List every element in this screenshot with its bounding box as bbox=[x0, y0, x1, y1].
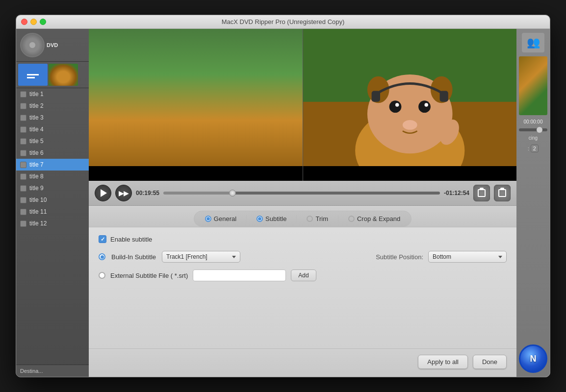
title-checkbox-3[interactable] bbox=[20, 115, 26, 121]
position-dropdown[interactable]: Bottom bbox=[428, 251, 507, 263]
title-checkbox-4[interactable] bbox=[20, 126, 26, 133]
title-item-9[interactable]: title 9 bbox=[16, 182, 89, 194]
num-label-colon: : bbox=[528, 146, 529, 151]
title-checkbox-8[interactable] bbox=[20, 173, 26, 180]
far-right-time: 00:00:00 bbox=[524, 119, 543, 124]
guinea-scene-left bbox=[89, 29, 303, 181]
svg-rect-26 bbox=[371, 91, 380, 101]
far-right-panel: 👥 00:00:00 cing : 2 N bbox=[516, 29, 550, 377]
seek-thumb[interactable] bbox=[229, 190, 236, 196]
play-button[interactable] bbox=[95, 185, 111, 201]
video-frame-left bbox=[89, 29, 303, 181]
maximize-button[interactable] bbox=[40, 19, 46, 25]
fast-forward-icon: ▶▶ bbox=[119, 190, 129, 197]
snapshot-button-2[interactable] bbox=[494, 185, 511, 201]
external-label: External Subtitle File ( *.srt) bbox=[110, 272, 188, 279]
enable-subtitle-checkbox[interactable] bbox=[99, 235, 106, 243]
action-bar: Apply to all Done bbox=[89, 348, 516, 377]
tab-subtitle[interactable]: Subtitle bbox=[250, 213, 293, 224]
title-checkbox-7[interactable] bbox=[20, 162, 26, 168]
tab-trim[interactable]: Trim bbox=[300, 213, 335, 224]
title-label-10: title 10 bbox=[29, 196, 85, 203]
title-label-11: title 11 bbox=[29, 208, 85, 215]
title-item-11[interactable]: title 11 bbox=[16, 206, 89, 218]
title-checkbox-1[interactable] bbox=[20, 91, 26, 98]
seek-bar[interactable] bbox=[163, 192, 440, 195]
track-dropdown[interactable]: Track1 [French] bbox=[162, 251, 240, 263]
close-button[interactable] bbox=[21, 19, 27, 25]
title-item-4[interactable]: title 4 bbox=[16, 123, 89, 135]
title-item-5[interactable]: title 5 bbox=[16, 135, 89, 147]
dvd-label: DVD bbox=[47, 42, 58, 48]
num-row: : 2 bbox=[528, 145, 539, 152]
external-radio[interactable] bbox=[99, 272, 105, 279]
destination-bar: Destina... bbox=[16, 365, 89, 377]
tab-general[interactable]: General bbox=[198, 213, 243, 224]
title-item-12[interactable]: title 12 bbox=[16, 218, 89, 229]
title-label-1: title 1 bbox=[29, 91, 85, 98]
spacing-label: cing bbox=[529, 135, 538, 141]
rip-button[interactable]: N bbox=[519, 344, 547, 373]
enable-row: Enable subtitle bbox=[99, 235, 507, 243]
video-preview bbox=[89, 29, 516, 181]
title-checkbox-6[interactable] bbox=[20, 150, 26, 156]
title-checkbox-12[interactable] bbox=[20, 220, 26, 227]
snapshot-button[interactable] bbox=[473, 185, 490, 201]
right-panel: ▶▶ 00:19:55 -01:12:54 bbox=[89, 29, 516, 377]
title-item-6[interactable]: title 6 bbox=[16, 147, 89, 159]
title-label-9: title 9 bbox=[29, 185, 85, 192]
title-checkbox-10[interactable] bbox=[20, 197, 26, 203]
enable-subtitle-label: Enable subtitle bbox=[110, 236, 152, 243]
main-content: DVD title 1 title 2 bbox=[16, 29, 550, 377]
minimize-button[interactable] bbox=[30, 19, 37, 25]
far-right-img bbox=[519, 56, 547, 115]
done-button[interactable]: Done bbox=[473, 355, 507, 369]
title-checkbox-9[interactable] bbox=[20, 185, 26, 192]
position-dropdown-arrow bbox=[498, 256, 502, 258]
title-label-6: title 6 bbox=[29, 149, 85, 156]
position-row: Subtitle Position: Bottom bbox=[376, 251, 507, 263]
far-right-preview bbox=[519, 56, 547, 115]
title-item-10[interactable]: title 10 bbox=[16, 194, 89, 206]
title-checkbox-5[interactable] bbox=[20, 138, 26, 145]
title-item-3[interactable]: title 3 bbox=[16, 112, 89, 123]
far-right-seek[interactable] bbox=[519, 128, 547, 131]
far-right-seek-thumb[interactable] bbox=[537, 127, 542, 133]
track-value: Track1 [French] bbox=[166, 253, 229, 260]
num-box: 2 bbox=[531, 145, 539, 152]
svg-point-21 bbox=[418, 100, 431, 113]
tab-crop-radio bbox=[348, 216, 355, 222]
builtin-radio[interactable] bbox=[99, 253, 105, 260]
title-item-2[interactable]: title 2 bbox=[16, 100, 89, 112]
title-item-7[interactable]: title 7 bbox=[16, 159, 89, 171]
sidebar-preview-row bbox=[16, 62, 89, 88]
title-checkbox-2[interactable] bbox=[20, 103, 26, 109]
title-label-7: title 7 bbox=[29, 161, 85, 168]
builtin-label: Build-In Subtitle bbox=[111, 253, 156, 261]
external-file-input[interactable] bbox=[193, 270, 286, 281]
tab-sep-3 bbox=[338, 215, 338, 223]
apply-all-button[interactable]: Apply to all bbox=[418, 355, 468, 369]
title-label-2: title 2 bbox=[29, 102, 85, 109]
tab-crop-expand[interactable]: Crop & Expand bbox=[341, 213, 407, 224]
title-label-5: title 5 bbox=[29, 138, 85, 145]
title-checkbox-11[interactable] bbox=[20, 209, 26, 215]
tab-trim-radio bbox=[307, 216, 313, 222]
dvd-center bbox=[29, 42, 36, 49]
tab-subtitle-label: Subtitle bbox=[265, 215, 286, 222]
title-item-1[interactable]: title 1 bbox=[16, 88, 89, 100]
dvd-icon bbox=[20, 33, 45, 57]
video-left bbox=[89, 29, 303, 181]
playback-bar: ▶▶ 00:19:55 -01:12:54 bbox=[89, 181, 516, 206]
tab-group: General Subtitle Trim Crop bbox=[194, 211, 412, 227]
svg-point-23 bbox=[424, 103, 428, 106]
title-item-8[interactable]: title 8 bbox=[16, 171, 89, 182]
add-button[interactable]: Add bbox=[291, 270, 316, 281]
sidebar-header: DVD bbox=[16, 29, 89, 62]
fast-forward-button[interactable]: ▶▶ bbox=[115, 185, 132, 201]
svg-point-22 bbox=[395, 103, 398, 106]
position-label: Subtitle Position: bbox=[376, 253, 423, 261]
bottom-black-bar-right bbox=[303, 166, 517, 181]
gp-bg-left bbox=[89, 29, 303, 181]
guinea-scene-right bbox=[303, 29, 517, 181]
